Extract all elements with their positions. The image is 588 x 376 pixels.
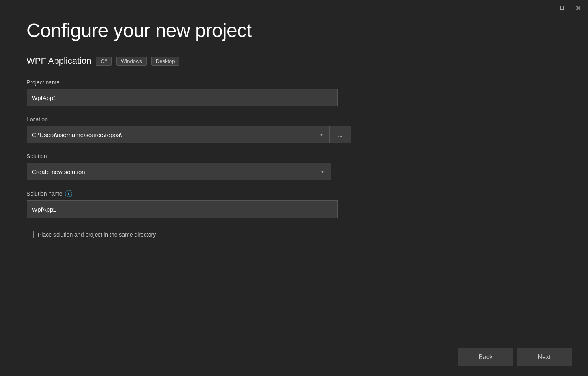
browse-button[interactable]: ... [329, 126, 351, 143]
solution-label: Solution [27, 153, 561, 159]
project-name-label: Project name [27, 79, 561, 86]
tag-windows: Windows [116, 57, 147, 66]
close-button[interactable] [574, 3, 583, 13]
solution-dropdown-icon[interactable]: ▼ [314, 163, 331, 180]
svg-rect-1 [560, 6, 564, 10]
footer: Back Next [442, 338, 588, 376]
solution-group: Solution Create new solution Add to solu… [27, 153, 561, 180]
solution-name-group: Solution name i [27, 190, 561, 218]
location-dropdown-arrow[interactable]: ▼ [313, 126, 329, 143]
solution-select-row: Create new solution Add to solution ▼ [27, 163, 561, 180]
location-label: Location [27, 116, 561, 123]
title-bar [537, 0, 588, 16]
solution-name-input[interactable] [27, 200, 338, 218]
same-directory-label[interactable]: Place solution and project in the same d… [38, 231, 156, 238]
configure-project-window: Configure your new project WPF Applicati… [0, 0, 588, 376]
solution-name-label: Solution name i [27, 190, 561, 197]
minimize-button[interactable] [541, 3, 551, 13]
location-input[interactable] [27, 126, 313, 143]
tag-desktop: Desktop [151, 57, 180, 66]
same-directory-row: Place solution and project in the same d… [27, 231, 561, 238]
chevron-down-icon: ▼ [321, 170, 325, 174]
svg-rect-0 [544, 8, 549, 8]
project-type-row: WPF Application C# Windows Desktop [27, 56, 561, 66]
page-title: Configure your new project [27, 19, 561, 41]
chevron-down-icon: ▼ [319, 133, 323, 137]
project-type-name: WPF Application [27, 56, 91, 66]
project-name-group: Project name [27, 79, 561, 106]
restore-button[interactable] [557, 3, 567, 13]
tag-csharp: C# [96, 57, 112, 66]
location-row: ▼ ... [27, 126, 561, 143]
project-name-input[interactable] [27, 89, 338, 106]
main-content: Configure your new project WPF Applicati… [0, 0, 588, 376]
next-button[interactable]: Next [517, 348, 572, 366]
same-directory-checkbox[interactable] [27, 231, 34, 238]
back-button[interactable]: Back [458, 348, 513, 366]
location-group: Location ▼ ... [27, 116, 561, 143]
solution-select[interactable]: Create new solution Add to solution [27, 163, 314, 180]
info-icon[interactable]: i [65, 190, 72, 197]
